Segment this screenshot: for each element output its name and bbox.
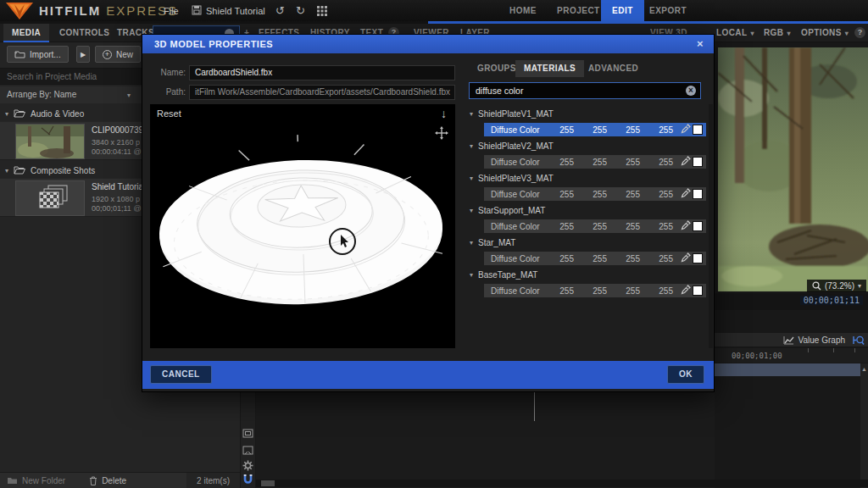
eyedropper-icon[interactable] xyxy=(681,156,693,168)
scrollbar-handle[interactable] xyxy=(261,480,275,486)
materials-search-input[interactable]: diffuse color × xyxy=(469,82,701,99)
color-swatch[interactable] xyxy=(693,189,703,199)
horizontal-scrollbar[interactable] xyxy=(256,480,868,487)
tab-export[interactable]: EXPORT xyxy=(638,0,698,21)
color-swatch[interactable] xyxy=(693,125,703,135)
collapse-triangle-icon[interactable]: ▾ xyxy=(5,110,8,118)
color-value-b[interactable]: 255 xyxy=(615,125,640,135)
tab-home[interactable]: HOME xyxy=(498,0,548,21)
snap-magnet-icon[interactable] xyxy=(242,474,253,485)
color-value-r[interactable]: 255 xyxy=(548,125,574,135)
import-dropdown-arrow[interactable]: ▶ xyxy=(76,46,90,63)
collapse-triangle-icon[interactable]: ▾ xyxy=(470,207,473,214)
collapse-triangle-icon[interactable]: ▾ xyxy=(470,175,473,182)
material-group-header[interactable]: ▾ ShieldPlateV2_MAT xyxy=(465,140,708,152)
frame-icon[interactable] xyxy=(242,428,253,439)
color-value-r[interactable]: 255 xyxy=(548,254,574,263)
new-button[interactable]: + New xyxy=(95,46,141,63)
color-value-g[interactable]: 255 xyxy=(581,286,607,296)
color-value-a[interactable]: 255 xyxy=(648,158,673,167)
color-value-a[interactable]: 255 xyxy=(648,254,673,263)
arrange-by-dropdown[interactable]: Arrange By: Name xyxy=(7,86,76,103)
material-property-row[interactable]: Diffuse Color 255 255 255 255 xyxy=(484,187,706,201)
options-dropdown[interactable]: OPTIONS▾ xyxy=(801,28,849,37)
export-frame-icon[interactable] xyxy=(242,445,253,456)
dialog-tab-advanced[interactable]: ADVANCED xyxy=(580,60,647,77)
reset-button[interactable]: Reset xyxy=(157,108,181,119)
color-value-b[interactable]: 255 xyxy=(615,222,640,231)
collapse-triangle-icon[interactable]: ▾ xyxy=(470,239,473,247)
color-value-a[interactable]: 255 xyxy=(648,222,673,231)
local-dropdown[interactable]: LOCAL▾ xyxy=(716,28,754,37)
color-value-g[interactable]: 255 xyxy=(581,254,607,263)
rgb-dropdown[interactable]: RGB▾ xyxy=(764,28,791,37)
file-menu[interactable]: File xyxy=(164,6,179,16)
color-swatch[interactable] xyxy=(693,286,703,296)
pan-move-icon[interactable] xyxy=(435,126,448,140)
redo-icon[interactable]: ↻ xyxy=(296,4,305,17)
color-value-b[interactable]: 255 xyxy=(615,286,640,296)
collapse-triangle-icon[interactable]: ▾ xyxy=(470,271,473,279)
color-value-a[interactable]: 255 xyxy=(648,286,673,296)
help-icon[interactable]: ? xyxy=(854,27,865,38)
delete-button[interactable]: Delete xyxy=(89,476,126,485)
material-group-header[interactable]: ▾ StarSupport_MAT xyxy=(465,204,708,217)
composite-icon[interactable] xyxy=(15,180,85,216)
eyedropper-icon[interactable] xyxy=(681,285,693,297)
color-value-a[interactable]: 255 xyxy=(648,190,673,199)
viewer-zoom-control[interactable]: (73.2%) ▾ xyxy=(807,280,866,292)
material-group-header[interactable]: ▾ ShieldPlateV3_MAT xyxy=(465,172,708,185)
timeline-ruler[interactable]: 00;00;01;00 xyxy=(715,348,868,363)
collapse-triangle-icon[interactable]: ▾ xyxy=(5,167,8,175)
grid-menu-icon[interactable] xyxy=(317,6,327,16)
save-icon[interactable] xyxy=(192,5,202,15)
new-folder-button[interactable]: New Folder xyxy=(7,476,65,485)
viewer-image[interactable] xyxy=(718,47,868,291)
eyedropper-icon[interactable] xyxy=(681,124,693,136)
dialog-title-bar[interactable]: 3D MODEL PROPERTIES × xyxy=(142,35,714,53)
material-group-header[interactable]: ▾ ShieldPlateV1_MAT xyxy=(465,108,708,120)
eyedropper-icon[interactable] xyxy=(681,252,693,264)
model-preview[interactable]: Reset ↓ xyxy=(150,104,455,348)
color-swatch[interactable] xyxy=(693,157,703,167)
dialog-tab-materials[interactable]: MATERIALS xyxy=(515,60,584,77)
color-value-r[interactable]: 255 xyxy=(548,158,574,167)
color-value-r[interactable]: 255 xyxy=(548,286,574,296)
vertical-scrollbar[interactable]: ▲ xyxy=(860,363,868,488)
color-value-g[interactable]: 255 xyxy=(581,158,607,167)
model-name-input[interactable]: CardboardShield.fbx xyxy=(189,65,455,80)
eyedropper-icon[interactable] xyxy=(681,188,693,200)
color-value-g[interactable]: 255 xyxy=(581,125,607,135)
material-property-row[interactable]: Diffuse Color 255 255 255 255 xyxy=(484,252,706,265)
color-value-a[interactable]: 255 xyxy=(648,125,673,135)
color-value-b[interactable]: 255 xyxy=(615,158,640,167)
color-value-b[interactable]: 255 xyxy=(615,254,640,263)
collapse-triangle-icon[interactable]: ▾ xyxy=(470,110,473,118)
ok-button[interactable]: OK xyxy=(667,365,704,384)
selected-property-track[interactable] xyxy=(715,363,860,376)
material-property-row[interactable]: Diffuse Color 255 255 255 255 xyxy=(484,155,706,169)
color-value-r[interactable]: 255 xyxy=(548,190,574,199)
material-property-row[interactable]: Diffuse Color 255 255 255 255 xyxy=(484,123,706,136)
color-swatch[interactable] xyxy=(693,221,703,231)
scroll-up-arrow[interactable]: ▲ xyxy=(861,366,867,372)
playhead[interactable] xyxy=(534,392,535,421)
undo-icon[interactable]: ↺ xyxy=(275,4,285,17)
color-value-b[interactable]: 255 xyxy=(615,190,640,199)
collapse-triangle-icon[interactable]: ▾ xyxy=(470,142,473,150)
eyedropper-icon[interactable] xyxy=(681,220,693,232)
material-group-header[interactable]: ▾ Star_MAT xyxy=(465,236,708,249)
cancel-button[interactable]: CANCEL xyxy=(150,365,212,384)
color-value-g[interactable]: 255 xyxy=(581,222,607,231)
materials-scrollbar[interactable] xyxy=(709,104,713,348)
zoom-to-fit-icon[interactable] xyxy=(852,335,865,346)
chevron-down-icon[interactable]: ▾ xyxy=(127,87,131,104)
color-value-g[interactable]: 255 xyxy=(581,190,607,199)
material-property-row[interactable]: Diffuse Color 255 255 255 255 xyxy=(484,284,706,297)
value-graph-label[interactable]: Value Graph xyxy=(798,336,845,345)
material-group-header[interactable]: ▾ BaseTape_MAT xyxy=(465,269,708,281)
material-property-row[interactable]: Diffuse Color 255 255 255 255 xyxy=(484,219,706,233)
orbit-down-icon[interactable]: ↓ xyxy=(441,107,447,120)
clip-thumbnail[interactable] xyxy=(15,124,85,159)
import-button[interactable]: Import... xyxy=(7,46,69,63)
